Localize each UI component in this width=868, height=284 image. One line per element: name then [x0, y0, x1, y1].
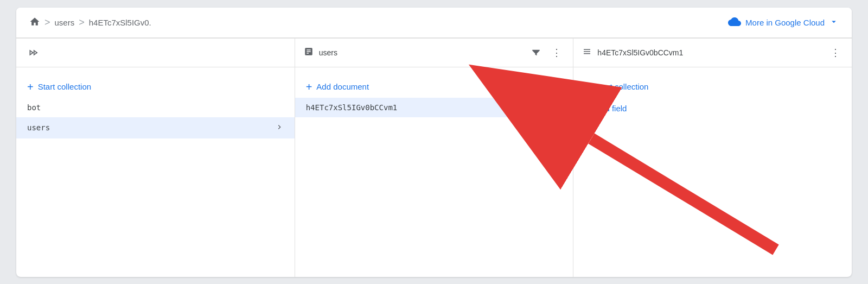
- breadcrumb-sep-2: >: [79, 17, 85, 28]
- chevron-down-icon: [829, 17, 839, 28]
- start-collection-label-col3: Start collection: [595, 82, 648, 91]
- col1-body: + Start collection bot users: [16, 67, 295, 277]
- start-collection-button-col1[interactable]: + Start collection: [16, 76, 295, 98]
- column-document: h4ETc7xSl5IGv0bCCvm1 ⋮ + Start collectio…: [573, 39, 852, 277]
- chevron-right-icon-users: [275, 123, 284, 133]
- add-document-label: Add document: [316, 82, 369, 91]
- collection-item-users[interactable]: users: [16, 117, 295, 138]
- col3-header: h4ETc7xSl5IGv0bCCvm1 ⋮: [573, 39, 852, 67]
- plus-icon-col3-start: +: [584, 81, 591, 92]
- col2-body: + Add document h4ETc7xSl5IGv0bCCvm1: [295, 67, 573, 277]
- column-users: users ⋮ + Add document h4ETc7xSl5IGv0bCC…: [295, 39, 574, 277]
- col3-more-options-icon[interactable]: ⋮: [828, 45, 843, 60]
- col2-more-options-icon[interactable]: ⋮: [549, 45, 564, 60]
- home-icon[interactable]: [29, 16, 40, 29]
- breadcrumb-sep-1: >: [44, 17, 50, 28]
- col3-title: h4ETc7xSl5IGv0bCCvm1: [597, 48, 822, 57]
- start-collection-button-col3[interactable]: + Start collection: [573, 76, 852, 98]
- document-icon: [304, 47, 314, 58]
- breadcrumb: > users > h4ETc7xSl5IGv0.: [29, 16, 151, 29]
- double-chevron-icon[interactable]: [25, 45, 40, 60]
- col2-title: users: [319, 48, 524, 57]
- col1-header: [16, 39, 295, 67]
- list-icon: [582, 47, 592, 58]
- start-collection-label-col1: Start collection: [38, 82, 91, 91]
- google-cloud-label: More in Google Cloud: [745, 18, 825, 27]
- add-field-label: Add field: [595, 104, 627, 113]
- breadcrumb-doc-id[interactable]: h4ETc7xSl5IGv0.: [89, 18, 151, 27]
- document-item[interactable]: h4ETc7xSl5IGv0bCCvm1: [295, 98, 573, 117]
- breadcrumb-bar: > users > h4ETc7xSl5IGv0. More in Google…: [16, 8, 852, 38]
- plus-icon-col2: +: [306, 81, 312, 92]
- document-id-label: h4ETc7xSl5IGv0bCCvm1: [306, 103, 398, 112]
- bot-label: bot: [27, 103, 41, 112]
- column-root: + Start collection bot users: [16, 39, 295, 277]
- add-field-button[interactable]: + Add field: [573, 98, 852, 119]
- collection-item-bot[interactable]: bot: [16, 98, 295, 117]
- col3-body: + Start collection + Add field: [573, 67, 852, 277]
- breadcrumb-users[interactable]: users: [55, 18, 75, 27]
- columns-container: + Start collection bot users: [16, 38, 852, 277]
- plus-icon-col1: +: [27, 81, 34, 92]
- users-label: users: [27, 123, 50, 132]
- more-in-google-cloud-button[interactable]: More in Google Cloud: [728, 15, 839, 30]
- plus-icon-col3-add: +: [584, 103, 591, 114]
- filter-icon[interactable]: [528, 45, 544, 60]
- cloud-icon: [728, 15, 741, 30]
- col2-header: users ⋮: [295, 39, 573, 67]
- add-document-button[interactable]: + Add document: [295, 76, 573, 98]
